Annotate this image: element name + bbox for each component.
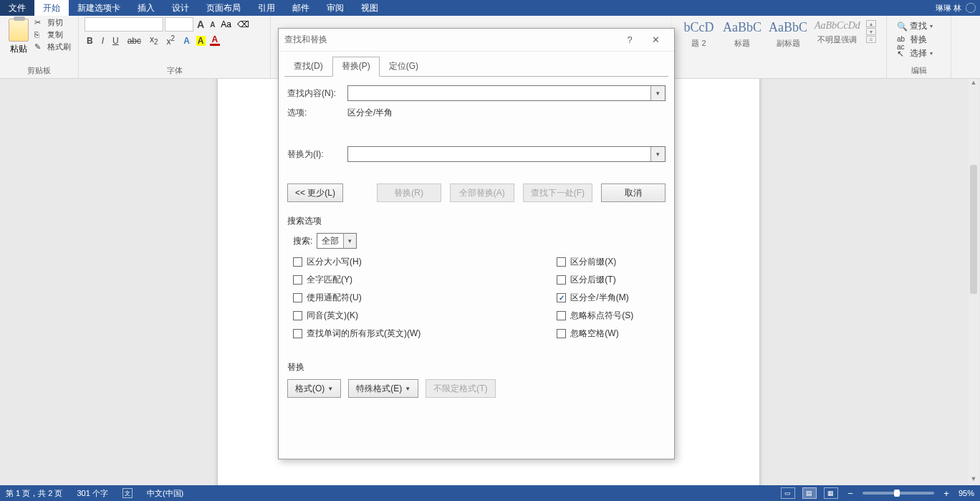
copy-button[interactable]: ⎘复制 bbox=[34, 29, 71, 40]
style-heading2[interactable]: bCcD 题 2 bbox=[682, 20, 716, 49]
tab-review[interactable]: 审阅 bbox=[318, 0, 352, 16]
find-dropdown-button[interactable]: ▾ bbox=[650, 86, 665, 100]
zoom-slider[interactable] bbox=[863, 492, 934, 495]
scroll-up-icon[interactable]: ▲ bbox=[969, 79, 979, 89]
paste-icon bbox=[9, 19, 29, 42]
copy-icon: ⎘ bbox=[34, 30, 44, 40]
tab-insert[interactable]: 插入 bbox=[129, 0, 163, 16]
replace-icon: abac bbox=[897, 35, 907, 45]
superscript-button[interactable]: x2 bbox=[165, 34, 178, 47]
dialog-title: 查找和替换 bbox=[284, 34, 617, 46]
clipboard-group-label: 剪贴板 bbox=[6, 65, 72, 77]
strike-button[interactable]: abc bbox=[125, 36, 143, 46]
grow-font-button[interactable]: A bbox=[195, 19, 206, 30]
change-case-button[interactable]: Aa bbox=[218, 19, 234, 29]
font-name-combo[interactable] bbox=[85, 17, 163, 32]
style-label: 题 2 bbox=[682, 38, 716, 49]
style-title[interactable]: AaBbC 标题 bbox=[723, 20, 762, 49]
check-ignore-space[interactable]: 忽略空格(W) bbox=[557, 328, 633, 340]
paste-button[interactable]: 粘贴 bbox=[6, 17, 32, 57]
bold-button[interactable]: B bbox=[85, 36, 95, 46]
check-prefix[interactable]: 区分前缀(X) bbox=[557, 256, 633, 268]
dialog-help-button[interactable]: ? bbox=[617, 34, 643, 45]
tab-view[interactable]: 视图 bbox=[352, 0, 387, 16]
tab-home[interactable]: 开始 bbox=[34, 0, 69, 16]
scroll-thumb[interactable] bbox=[970, 165, 977, 294]
tab-goto[interactable]: 定位(G) bbox=[380, 57, 428, 76]
copy-label: 复制 bbox=[47, 29, 63, 40]
tab-references[interactable]: 引用 bbox=[249, 0, 284, 16]
font-color-button[interactable]: A bbox=[210, 35, 221, 46]
zoom-level[interactable]: 95% bbox=[959, 489, 974, 497]
dialog-close-button[interactable]: ✕ bbox=[643, 34, 668, 45]
cut-button[interactable]: ✂剪切 bbox=[34, 17, 71, 28]
style-subtitle[interactable]: AaBbC 副标题 bbox=[769, 20, 807, 49]
search-direction-select[interactable]: 全部 ▾ bbox=[317, 233, 357, 249]
status-language[interactable]: 中文(中国) bbox=[147, 488, 183, 499]
view-read-mode[interactable]: ▭ bbox=[781, 487, 795, 499]
replace-button[interactable]: abac替换 bbox=[897, 34, 941, 46]
zoom-in-button[interactable]: + bbox=[941, 488, 951, 499]
shrink-font-button[interactable]: A bbox=[208, 21, 217, 29]
check-ignore-punct[interactable]: 忽略标点符号(S) bbox=[557, 310, 633, 322]
subscript-button[interactable]: x2 bbox=[148, 34, 160, 46]
replace-combo[interactable]: ▾ bbox=[347, 146, 666, 162]
tab-file[interactable]: 文件 bbox=[0, 0, 34, 16]
zoom-thumb[interactable] bbox=[894, 490, 900, 497]
view-web-layout[interactable]: ▦ bbox=[824, 487, 838, 499]
tab-find[interactable]: 查找(D) bbox=[284, 57, 332, 76]
dialog-tabs: 查找(D) 替换(P) 定位(G) bbox=[279, 56, 674, 76]
status-word-count[interactable]: 301 个字 bbox=[77, 488, 107, 499]
format-menu-button[interactable]: 格式(O)▼ bbox=[287, 379, 341, 398]
zoom-out-button[interactable]: − bbox=[845, 488, 855, 499]
text-effects-button[interactable]: A bbox=[181, 36, 192, 46]
scissors-icon: ✂ bbox=[34, 18, 44, 28]
format-painter-button[interactable]: ✎格式刷 bbox=[34, 42, 71, 52]
underline-button[interactable]: U bbox=[110, 36, 121, 46]
select-label: 选择 bbox=[910, 47, 927, 59]
tab-replace[interactable]: 替换(P) bbox=[332, 57, 380, 77]
replace-input[interactable] bbox=[348, 147, 650, 161]
language-icon[interactable]: 文 bbox=[123, 488, 133, 498]
scroll-down-icon[interactable]: ▼ bbox=[969, 475, 979, 485]
status-page[interactable]: 第 1 页，共 2 页 bbox=[6, 488, 62, 499]
special-menu-button[interactable]: 特殊格式(E)▼ bbox=[348, 379, 418, 398]
tab-mail[interactable]: 邮件 bbox=[284, 0, 318, 16]
cut-label: 剪切 bbox=[47, 17, 63, 28]
cancel-button[interactable]: 取消 bbox=[601, 183, 666, 202]
find-button[interactable]: 🔍查找▾ bbox=[897, 20, 941, 32]
check-full-half[interactable]: 区分全/半角(M) bbox=[557, 292, 633, 304]
font-group-label: 字体 bbox=[85, 65, 264, 77]
find-combo[interactable]: ▾ bbox=[347, 85, 666, 101]
tab-design[interactable]: 设计 bbox=[163, 0, 198, 16]
less-button[interactable]: << 更少(L) bbox=[287, 183, 343, 202]
select-button[interactable]: ↖选择▾ bbox=[897, 47, 941, 59]
chevron-down-icon[interactable]: ▾ bbox=[343, 234, 356, 248]
find-label: 查找 bbox=[910, 20, 927, 32]
view-print-layout[interactable]: ▤ bbox=[802, 487, 817, 499]
highlight-button[interactable]: A bbox=[196, 36, 206, 46]
tab-newtab[interactable]: 新建选项卡 bbox=[69, 0, 129, 16]
check-sounds-like[interactable]: 同音(英文)(K) bbox=[293, 310, 421, 322]
styles-expand[interactable]: ▴ ▾ ≡ bbox=[866, 20, 876, 43]
replace-dropdown-button[interactable]: ▾ bbox=[650, 147, 665, 161]
style-preview: bCcD bbox=[682, 20, 716, 35]
editing-group-label: 编辑 bbox=[893, 65, 945, 77]
style-subtle-emphasis[interactable]: AaBbCcDd 不明显强调 bbox=[815, 20, 859, 45]
check-match-case[interactable]: 区分大小写(H) bbox=[293, 256, 421, 268]
find-input[interactable] bbox=[348, 86, 650, 100]
user-account[interactable]: 琳琳 林 bbox=[936, 0, 976, 16]
check-all-forms[interactable]: 查找单词的所有形式(英文)(W) bbox=[293, 328, 421, 340]
vertical-scrollbar[interactable]: ▲ ▼ bbox=[969, 79, 979, 485]
check-wildcards[interactable]: 使用通配符(U) bbox=[293, 292, 421, 304]
checkbox-icon bbox=[293, 257, 302, 267]
clear-format-button[interactable]: ⌫ bbox=[235, 19, 251, 29]
style-label: 不明显强调 bbox=[815, 34, 859, 45]
ribbon-tabs: 文件 开始 新建选项卡 插入 设计 页面布局 引用 邮件 审阅 视图 琳琳 林 bbox=[0, 0, 980, 16]
tab-layout[interactable]: 页面布局 bbox=[198, 0, 249, 16]
font-size-combo[interactable] bbox=[165, 17, 193, 32]
italic-button[interactable]: I bbox=[100, 36, 106, 46]
check-suffix[interactable]: 区分后缀(T) bbox=[557, 274, 633, 286]
check-whole-word[interactable]: 全字匹配(Y) bbox=[293, 274, 421, 286]
dialog-titlebar[interactable]: 查找和替换 ? ✕ bbox=[279, 29, 674, 52]
